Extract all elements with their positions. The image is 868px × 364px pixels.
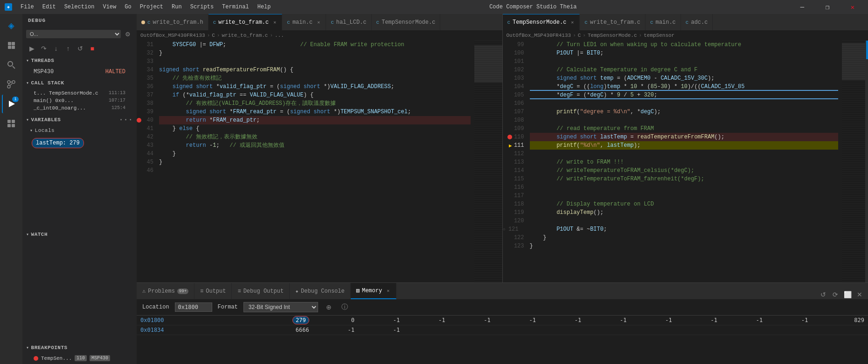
menu-selection[interactable]: Selection [61,2,98,12]
right-minimap [842,41,865,282]
right-tab-close-0[interactable]: ✕ [570,19,575,26]
callstack-item-2[interactable]: _c_int00_noarg... 125:4 [22,104,137,112]
right-scrollbar[interactable] [865,41,868,282]
fold-indicator-121[interactable]: ○ [503,227,506,232]
memory-tab-close[interactable]: ✕ [386,288,390,294]
panel-maximize-btn[interactable]: ⬜ [843,290,852,299]
debug-config-select[interactable]: O... [26,30,121,38]
right-tab-c-icon-2: c [650,20,653,25]
tab-adc-c-right[interactable]: c adc.c [681,14,713,30]
menu-view[interactable]: View [99,2,120,12]
minimap-viewport[interactable] [474,45,502,82]
callstack-section-header[interactable]: ▾ CALL STACK [22,78,137,88]
memory-format-select[interactable]: 32-Bit Signed Int [243,302,318,312]
callstack-item-0[interactable]: t... TempSensorMode.c 111:13 [22,89,137,97]
tab-write-to-fram-h[interactable]: c write_to_fram.h [137,14,208,30]
continue-btn[interactable]: ▶ [26,43,37,54]
panel-close-btn[interactable]: ✕ [855,290,864,299]
tab-main-c-right[interactable]: c main.c [646,14,681,30]
left-code-area: 31 32 33 34 35 36 37 38 39 40 41 [137,41,502,282]
logo-activity-icon[interactable]: ◈ [2,16,21,35]
problems-label: Problems [148,288,175,295]
menu-help[interactable]: Help [254,2,275,12]
right-editor-panel: c TempSensorMode.c ✕ c write_to_fram.c c… [503,14,868,282]
left-code-lines: SYSCFG0 |= DFWP; // Enable FRAM write pr… [155,41,474,282]
panel-tab-memory[interactable]: ▤ Memory ✕ [351,283,396,299]
memory-help-btn-1[interactable]: ⊕ [324,302,334,312]
panel-tab-debug-console[interactable]: ⬥ Debug Console [290,283,351,299]
breakpoints-section-header[interactable]: ▾ BREAKPOINTS [22,343,137,352]
step-out-btn[interactable]: ↑ [62,43,74,54]
step-into-btn[interactable]: ↓ [50,43,62,54]
r-gutter-110: 110 [503,133,526,141]
variables-section-header[interactable]: ▾ VARIABLES ··· [22,114,137,126]
menu-terminal[interactable]: Terminal [218,2,253,12]
tab-close-btn-2[interactable]: ✕ [316,19,321,26]
problems-badge: 99+ [177,288,188,294]
tab-tempsensormode-c-right[interactable]: c TempSensorMode.c ✕ [503,14,580,30]
code-line-36: signed short *valid_flag_ptr = (signed s… [159,82,471,91]
panel-tab-debug-output[interactable]: ≡ Debug Output [232,283,290,299]
variables-more-btn[interactable]: ··· [119,116,133,124]
breadcrumb-symbol[interactable]: ... [275,33,284,38]
threads-section-header[interactable]: ▾ THREADS [22,56,137,65]
restart-btn[interactable]: ↺ [75,43,86,54]
right-breadcrumb-file[interactable]: TempSensorMode.c [588,33,637,38]
right-breadcrumb-root[interactable]: OutOfBox_MSP430FR4133 [507,33,571,38]
minimize-button[interactable]: — [792,0,813,14]
r-gutter-112: 112 [503,150,526,158]
breadcrumb-c[interactable]: C [212,33,215,38]
callstack-item-1[interactable]: main() 0x0... 107:17 [22,97,137,104]
stop-btn[interactable]: ■ [87,43,98,54]
svg-rect-0 [8,42,11,45]
panel-tab-output[interactable]: ≡ Output [194,283,232,299]
menu-run[interactable]: Run [168,2,186,12]
menu-project[interactable]: Project [136,2,167,12]
search-activity-icon[interactable] [2,55,21,74]
tab-write-to-fram-c[interactable]: c write_to_fram.c ✕ [208,14,283,30]
breadcrumb-file[interactable]: write_to_fram.c [222,33,268,38]
right-tab-bar: c TempSensorMode.c ✕ c write_to_fram.c c… [503,14,868,30]
panel-tab-problems[interactable]: ⚠ Problems 99+ [137,283,194,299]
tab-write-to-fram-c-right[interactable]: c write_to_fram.c [580,14,646,30]
scm-activity-icon[interactable] [2,75,21,94]
breakpoint-item-0[interactable]: TempSen... 110 MSP430 [22,354,137,362]
right-tab-label-3: adc.c [691,19,708,26]
maximize-button[interactable]: ❐ [817,0,838,14]
debug-activity-icon[interactable]: 1 [2,95,21,113]
threads-content: MSP430 HALTED [22,65,137,78]
thread-item[interactable]: MSP430 HALTED [22,67,137,76]
step-over-btn[interactable]: ↷ [38,43,49,54]
memory-location-input[interactable] [175,302,212,312]
r-code-109: // read temperature from FRAM [530,124,838,133]
locals-section-header[interactable]: ▾ Locals [22,126,137,135]
watch-section-header[interactable]: ▾ WATCH [22,230,137,239]
menu-scripts[interactable]: Scripts [187,2,217,12]
panel-sync-btn[interactable]: ⟳ [831,290,840,299]
menu-file[interactable]: File [17,2,38,12]
right-minimap-viewport[interactable] [842,43,865,80]
tab-hal-lcd-c[interactable]: c hal_LCD.c [326,14,371,30]
debug-settings-btn[interactable]: ⚙ [123,29,133,39]
thread-name: MSP430 [34,69,54,75]
svg-rect-3 [12,46,15,49]
breakpoint-gutter-40[interactable] [137,118,141,123]
menu-edit[interactable]: Edit [39,2,60,12]
breadcrumb-root[interactable]: OutOfBox_MSP430FR4133 [140,33,205,38]
breakpoint-gutter-110[interactable] [507,135,512,139]
explorer-activity-icon[interactable] [2,36,21,55]
scrollbar-thumb[interactable] [866,41,868,59]
mem-val-0-0[interactable]: 279 [236,316,313,325]
tab-close-btn[interactable]: ✕ [272,19,277,26]
memory-help-btn-2[interactable]: ⓘ [340,302,350,312]
menu-go[interactable]: Go [121,2,135,12]
right-breadcrumb-c[interactable]: C [578,33,581,38]
tab-main-c-left[interactable]: c main.c ✕ [282,14,326,30]
tab-tempsensormode-c-left[interactable]: c TempSensorMode.c [372,14,441,30]
extensions-activity-icon[interactable] [2,114,21,133]
panel-refresh-btn[interactable]: ↺ [819,290,828,299]
locals-item-lasttemp[interactable]: lastTemp: 279 [22,137,137,149]
right-breadcrumb-symbol[interactable]: tempSensor [644,33,674,38]
code-line-45: } [159,158,471,166]
close-button[interactable]: ✕ [842,0,863,14]
